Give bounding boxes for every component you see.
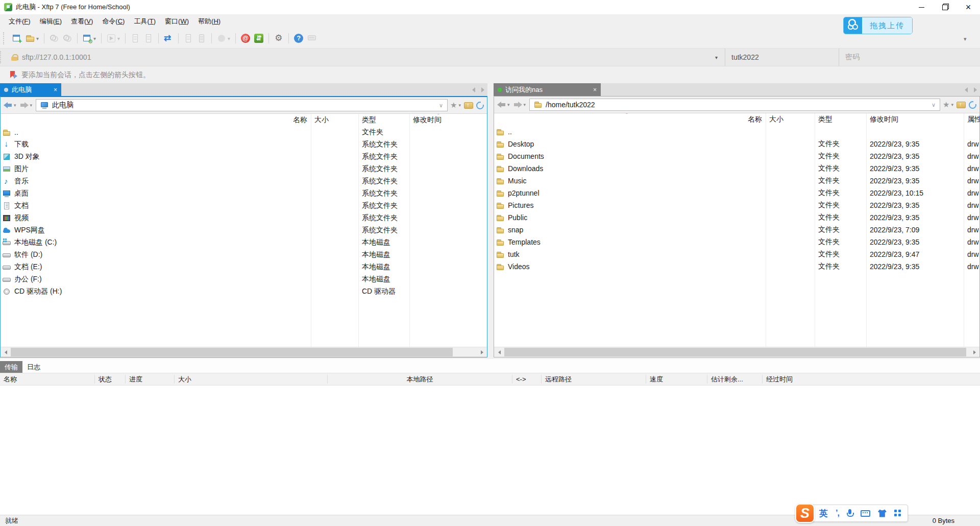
file-row[interactable]: Music 文件夹 2022/9/23, 9:35 drw [494,175,979,187]
menu-item[interactable]: 命令(C) [97,15,129,28]
tab-close-icon[interactable] [54,86,57,93]
tab-close-icon[interactable] [593,86,597,93]
column-header[interactable]: 进度 [126,375,175,384]
column-divider[interactable] [358,114,359,347]
file-row[interactable]: Downloads 文件夹 2022/9/23, 9:35 drw [494,162,979,175]
toolbar-button[interactable] [162,32,175,45]
favorites-icon[interactable] [943,100,953,109]
close-icon[interactable] [957,0,980,14]
drag-upload-button[interactable]: 拖拽上传 [843,17,913,34]
toolbar-button[interactable] [272,32,285,45]
file-row[interactable]: CD 驱动器 (H:) CD 驱动器 [1,285,487,298]
column-header[interactable]: 经过时间 [763,375,823,384]
back-icon[interactable] [497,102,506,108]
file-row[interactable]: WPS网盘 系统文件夹 [1,224,487,236]
file-row[interactable]: p2ptunnel 文件夹 2022/9/23, 10:15 drw [494,187,979,199]
keyboard-icon[interactable] [861,510,870,517]
remote-horizontal-scrollbar[interactable] [494,347,979,357]
toolbar-button[interactable] [142,32,155,45]
forward-history-icon[interactable] [524,102,526,107]
scroll-left-icon[interactable] [1,347,11,357]
skin-icon[interactable] [878,510,887,517]
favorites-icon[interactable] [450,101,461,110]
up-directory-icon[interactable] [956,101,966,109]
file-row[interactable]: 本地磁盘 (C:) 本地磁盘 [1,236,487,249]
toolbar-button[interactable] [215,32,232,45]
tab-remote-nas[interactable]: 访问我的nas [494,83,601,96]
column-header[interactable]: 名称 [1,115,311,125]
file-row[interactable]: 视频 系统文件夹 [1,212,487,224]
tab-scroll-right-icon[interactable] [481,87,484,92]
file-row[interactable]: .. 文件夹 [1,126,487,138]
ime-menu-icon[interactable] [894,510,901,517]
refresh-icon[interactable] [969,101,976,109]
column-divider[interactable] [409,114,410,347]
back-history-icon[interactable] [14,103,16,108]
combo-dropdown-icon[interactable] [932,102,936,108]
menu-item[interactable]: 窗口(W) [160,15,193,28]
toolbar-button[interactable] [182,32,195,45]
column-divider[interactable] [964,113,964,347]
column-header[interactable]: 远程路径 [542,375,646,384]
column-header[interactable]: 名称 [0,375,95,384]
column-header[interactable]: 估计剩余... [707,375,763,384]
remote-path-combo[interactable]: /home/tutk2022 [529,99,940,111]
up-directory-icon[interactable] [463,101,474,109]
toolbar-button[interactable] [129,32,142,45]
column-header[interactable]: 大小 [766,115,815,124]
column-header[interactable]: 大小 [175,375,328,384]
forward-icon[interactable] [20,102,29,108]
toolbar-button[interactable] [23,32,41,45]
menu-item[interactable]: 查看(V) [66,15,97,28]
column-divider[interactable] [766,113,766,347]
column-header[interactable]: 名称 [494,115,766,124]
file-row[interactable]: 文档 系统文件夹 [1,200,487,212]
tab-scroll-left-icon[interactable] [965,87,968,92]
file-row[interactable]: Pictures 文件夹 2022/9/23, 9:35 drw [494,199,979,211]
file-row[interactable]: Public 文件夹 2022/9/23, 9:35 drw [494,211,979,224]
microphone-icon[interactable] [847,509,853,518]
file-row[interactable]: 下载 系统文件夹 [1,138,487,151]
file-row[interactable]: 3D 对象 系统文件夹 [1,151,487,163]
file-row[interactable]: 桌面 系统文件夹 [1,187,487,200]
toolbar-button[interactable] [47,32,61,45]
minimize-icon[interactable] [910,0,933,14]
panel-tab[interactable]: 传输 [0,361,22,373]
forward-icon[interactable] [513,102,522,108]
column-header[interactable]: 速度 [646,375,707,384]
tab-scroll-right-icon[interactable] [974,87,977,92]
refresh-icon[interactable] [476,102,484,109]
file-row[interactable]: 文档 (E:) 本地磁盘 [1,261,487,273]
tab-local-this-pc[interactable]: 此电脑 [0,83,61,96]
column-header[interactable]: 修改时间 [866,115,964,124]
column-header[interactable]: 本地路径 [328,375,512,384]
menu-item[interactable]: 编辑(E) [35,15,66,28]
username-field[interactable]: tutk2022 [725,49,839,66]
sogou-logo[interactable]: S [795,504,815,523]
file-row[interactable]: 软件 (D:) 本地磁盘 [1,249,487,261]
forward-history-icon[interactable] [30,103,33,108]
menu-item[interactable]: 工具(T) [129,15,160,28]
menu-item[interactable]: 帮助(H) [193,15,225,28]
scroll-right-icon[interactable] [969,347,979,357]
file-row[interactable]: 办公 (F:) 本地磁盘 [1,273,487,285]
panel-tab[interactable]: 日志 [22,361,45,373]
toolbar-button[interactable] [105,32,122,45]
column-divider[interactable] [311,114,311,347]
ime-punctuation-toggle[interactable]: ’, [836,509,839,518]
file-row[interactable]: Documents 文件夹 2022/9/23, 9:35 drw [494,150,979,162]
file-row[interactable]: .. [494,126,979,138]
toolbar-button[interactable] [292,32,305,45]
column-header[interactable]: 属性 [964,115,979,124]
file-row[interactable]: 图片 系统文件夹 [1,163,487,175]
scrollbar-thumb[interactable] [11,348,453,356]
toolbar-button[interactable] [195,32,208,45]
column-header[interactable]: 状态 [95,375,126,384]
column-header[interactable]: 类型 [815,115,866,124]
toolbar-button[interactable] [61,32,74,45]
column-header[interactable]: <-> [512,375,542,384]
toolbar-button[interactable] [252,32,265,45]
column-header[interactable]: 类型 [358,115,409,125]
restore-icon[interactable] [933,0,957,14]
file-row[interactable]: Videos 文件夹 2022/9/23, 9:35 drw [494,260,979,273]
